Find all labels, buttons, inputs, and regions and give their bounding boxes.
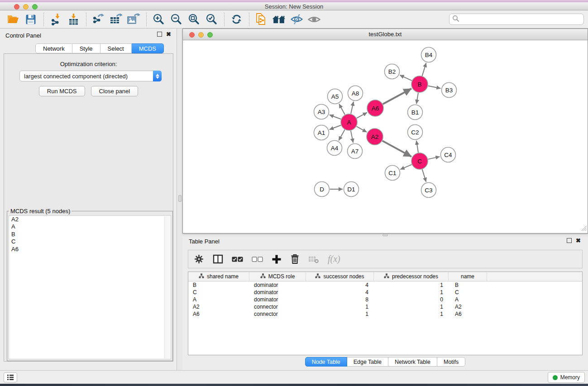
node-C2[interactable]: C2: [408, 125, 423, 140]
table-row[interactable]: Bdominator41B: [188, 281, 582, 289]
result-item[interactable]: B: [9, 231, 171, 238]
tab-node-table[interactable]: Node Table: [305, 357, 347, 367]
cell-name[interactable]: B: [449, 282, 487, 288]
column-header-successor-nodes[interactable]: successor nodes: [306, 272, 374, 281]
node-A1[interactable]: A1: [314, 125, 329, 140]
tab-style[interactable]: Style: [72, 43, 100, 53]
node-C3[interactable]: C3: [421, 183, 436, 198]
cell-MCDS-role[interactable]: connector: [249, 311, 306, 317]
dropdown-stepper-icon[interactable]: [153, 71, 162, 81]
cell-predecessor-nodes[interactable]: 1: [374, 311, 449, 317]
clear-checks-icon[interactable]: [252, 253, 263, 266]
node-B2[interactable]: B2: [385, 64, 400, 79]
tab-mcds[interactable]: MCDS: [132, 43, 164, 53]
column-header-shared-name[interactable]: shared name: [188, 272, 249, 281]
tab-edge-table[interactable]: Edge Table: [347, 357, 388, 367]
edge-B-B3[interactable]: [428, 86, 441, 89]
cell-MCDS-role[interactable]: dominator: [249, 282, 306, 288]
node-A2[interactable]: A2: [367, 129, 383, 145]
cell-successor-nodes[interactable]: 4: [306, 282, 374, 288]
edge-C-C1[interactable]: [400, 165, 411, 170]
cell-predecessor-nodes[interactable]: 0: [374, 296, 449, 303]
node-A[interactable]: A: [341, 114, 357, 130]
zoom-fit-icon[interactable]: [187, 13, 201, 26]
node-B[interactable]: B: [411, 76, 428, 92]
cell-name[interactable]: A2: [449, 304, 487, 310]
function-builder-icon[interactable]: f(x): [328, 253, 340, 266]
node-B3[interactable]: B3: [442, 83, 457, 98]
tab-select[interactable]: Select: [100, 43, 132, 53]
column-header-name[interactable]: name: [449, 272, 487, 281]
add-column-icon[interactable]: [272, 253, 282, 266]
node-A8[interactable]: A8: [348, 86, 363, 101]
memory-button[interactable]: Memory: [548, 372, 585, 383]
export-network-icon[interactable]: [91, 13, 105, 26]
cell-predecessor-nodes[interactable]: 1: [374, 304, 449, 310]
clone-network-icon[interactable]: [254, 13, 268, 26]
column-header-predecessor-nodes[interactable]: predecessor nodes: [374, 272, 449, 281]
tab-motifs[interactable]: Motifs: [437, 357, 465, 367]
cell-successor-nodes[interactable]: 8: [306, 296, 374, 303]
edge-A-A6[interactable]: [357, 113, 367, 118]
search-field[interactable]: [449, 14, 584, 25]
task-history-button[interactable]: [4, 372, 17, 382]
table-row[interactable]: Cdominator41C: [188, 289, 582, 296]
column-layout-icon[interactable]: [213, 253, 223, 266]
node-D[interactable]: D: [315, 182, 330, 197]
node-B4[interactable]: B4: [421, 48, 436, 62]
edge-A-A1[interactable]: [330, 125, 341, 130]
edge-B-B1[interactable]: [416, 93, 418, 104]
edge-C-C4[interactable]: [428, 157, 440, 159]
node-A7[interactable]: A7: [348, 144, 363, 159]
export-table-icon[interactable]: [109, 13, 123, 26]
edge-C-C2[interactable]: [416, 141, 418, 152]
horizontal-split-handle[interactable]: [382, 234, 388, 236]
tab-network-table[interactable]: Network Table: [388, 357, 437, 367]
import-table-icon[interactable]: [67, 13, 80, 26]
hide-eye-icon[interactable]: [290, 13, 303, 26]
run-mcds-button[interactable]: Run MCDS: [39, 86, 85, 96]
result-item[interactable]: A: [9, 223, 171, 230]
node-D1[interactable]: D1: [344, 182, 359, 197]
import-network-icon[interactable]: [49, 13, 62, 26]
node-C[interactable]: C: [411, 153, 428, 169]
optimization-criterion-dropdown[interactable]: largest connected component (directed): [19, 71, 162, 81]
edge-A-A3[interactable]: [330, 115, 341, 119]
cell-shared-name[interactable]: B: [188, 282, 249, 288]
cell-successor-nodes[interactable]: 4: [306, 289, 374, 295]
settings-gear-icon[interactable]: [194, 253, 204, 266]
edge-A-A7[interactable]: [351, 131, 353, 143]
refresh-icon[interactable]: [229, 13, 243, 26]
cell-shared-name[interactable]: A: [188, 296, 249, 303]
show-eye-icon[interactable]: [307, 13, 321, 26]
node-A6[interactable]: A6: [367, 100, 383, 116]
float-panel-icon[interactable]: [157, 32, 162, 37]
network-window-titlebar[interactable]: testGlobe.txt: [183, 29, 588, 40]
edge-A-A8[interactable]: [351, 102, 354, 114]
edge-C-C3[interactable]: [422, 169, 426, 182]
delete-table-icon[interactable]: [308, 253, 319, 266]
zoom-out-icon[interactable]: [169, 13, 183, 26]
delete-column-icon[interactable]: [290, 253, 300, 266]
network-graph[interactable]: B4B2BB3A5A8A6B1A3AC2A1A2A4A7C4CC1C3DD1: [183, 40, 588, 233]
float-table-panel-icon[interactable]: [567, 238, 572, 243]
cell-MCDS-role[interactable]: dominator: [249, 289, 306, 295]
cell-MCDS-role[interactable]: connector: [249, 304, 306, 310]
result-item[interactable]: C: [9, 238, 171, 245]
cell-successor-nodes[interactable]: 1: [306, 311, 374, 317]
edge-B-B4[interactable]: [422, 63, 426, 76]
cell-MCDS-role[interactable]: dominator: [249, 296, 306, 303]
table-row[interactable]: Adominator80A: [188, 296, 582, 303]
mcds-result-list[interactable]: A2ABCA6: [9, 215, 171, 359]
close-panel-button[interactable]: Close panel: [91, 86, 139, 96]
save-session-icon[interactable]: [24, 13, 38, 26]
vertical-split-handle[interactable]: [178, 195, 182, 202]
node-A4[interactable]: A4: [327, 141, 342, 156]
open-session-icon[interactable]: [6, 13, 20, 26]
cell-name[interactable]: A6: [449, 311, 487, 317]
table-row[interactable]: A6connector11A6: [188, 310, 582, 318]
cell-name[interactable]: C: [449, 289, 487, 295]
edge-A-A4[interactable]: [339, 130, 344, 141]
result-scrollbar[interactable]: [164, 216, 170, 358]
edge-A-A2[interactable]: [357, 126, 367, 132]
